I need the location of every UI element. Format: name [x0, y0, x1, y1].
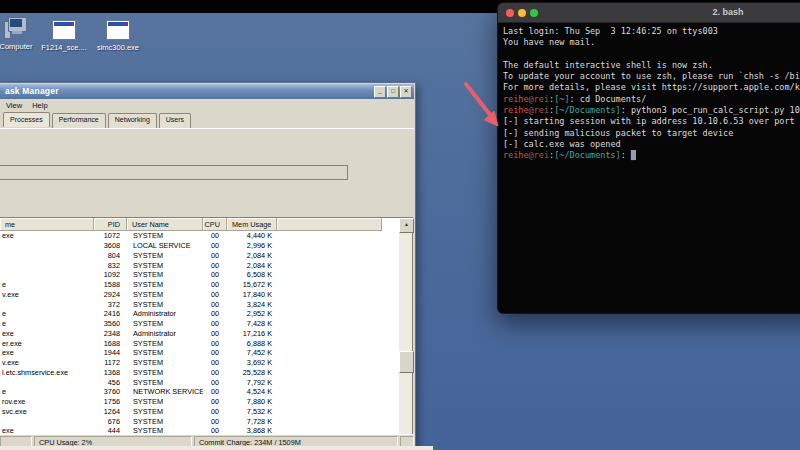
task-manager-titlebar[interactable]: ask Manager _ □ ✕ — [0, 84, 414, 99]
process-mem-usage: 4,440 K — [227, 231, 277, 240]
scrollbar-thumb[interactable] — [399, 351, 414, 373]
process-row[interactable]: svc.exe1264SYSTEM007,532 K — [0, 407, 399, 417]
maximize-button[interactable]: □ — [387, 86, 399, 98]
terminal-text-segment: [-] sending malicious packet to target d… — [503, 128, 733, 138]
process-user-name: SYSTEM — [127, 270, 203, 279]
process-cpu: 00 — [203, 348, 227, 357]
scroll-up-icon[interactable]: ▲ — [399, 218, 414, 233]
process-mem-usage: 6,508 K — [227, 270, 277, 279]
process-mem-usage: 3,692 K — [227, 358, 277, 367]
process-mem-usage: 25,528 K — [227, 368, 277, 377]
column-header-image-name[interactable]: me — [0, 218, 94, 231]
process-cpu: 00 — [203, 378, 227, 387]
process-mem-usage: 7,532 K — [227, 407, 277, 416]
process-cpu: 00 — [203, 300, 227, 309]
process-row[interactable]: 456SYSTEM007,792 K — [0, 377, 399, 387]
process-row[interactable]: 832SYSTEM002,084 K — [0, 260, 399, 270]
process-mem-usage: 2,996 K — [227, 241, 277, 250]
process-row[interactable]: 804SYSTEM002,084 K — [0, 251, 399, 261]
process-row[interactable]: rov.exe1756SYSTEM007,880 K — [0, 397, 399, 407]
process-user-name: SYSTEM — [127, 319, 203, 328]
terminal-text-segment: @rei — [529, 105, 549, 115]
process-list-header: me PID User Name CPU Mem Usage — [0, 218, 382, 231]
vertical-scrollbar[interactable]: ▲ ▼ — [399, 218, 412, 450]
process-user-name: SYSTEM — [127, 261, 203, 270]
menu-item-view[interactable]: View — [6, 101, 22, 110]
process-cpu: 00 — [203, 280, 227, 289]
process-pid: 2924 — [94, 290, 127, 299]
process-image-name: exe — [0, 329, 94, 338]
terminal-text-segment: : — [621, 150, 631, 160]
tab-strip: ProcessesPerformanceNetworkingUsers — [3, 113, 191, 128]
process-pid: 372 — [94, 300, 127, 309]
desktop-icon-simc300[interactable]: simc300.exe — [90, 20, 146, 52]
process-cpu: 00 — [203, 417, 227, 426]
process-mem-usage: 15,672 K — [227, 280, 277, 289]
process-pid: 1072 — [94, 231, 127, 240]
terminal-window: 2. bash Last login: Thu Sep 3 12:46:25 o… — [497, 2, 800, 314]
process-row[interactable]: v.exe1172SYSTEM003,692 K — [0, 358, 399, 368]
process-row[interactable]: e3560SYSTEM007,428 K — [0, 319, 399, 329]
process-image-name: v.exe — [0, 358, 94, 367]
process-row[interactable]: er.exe1688SYSTEM006,888 K — [0, 338, 399, 348]
process-row[interactable]: e1588SYSTEM0015,672 K — [0, 280, 399, 290]
process-pid: 1756 — [94, 397, 127, 406]
arrow-annotation — [450, 72, 520, 144]
process-pid: 3760 — [94, 387, 127, 396]
process-cpu: 00 — [203, 251, 227, 260]
terminal-line: For more details, please visit https://s… — [503, 82, 800, 93]
process-row[interactable]: v.exe2924SYSTEM0017,840 K — [0, 290, 399, 300]
process-mem-usage: 6,888 K — [227, 339, 277, 348]
terminal-text-segment: The default interactive shell is now zsh… — [503, 60, 713, 70]
process-pid: 3560 — [94, 319, 127, 328]
process-row[interactable]: exe2348Administrator0017,216 K — [0, 329, 399, 339]
process-pid: 2416 — [94, 309, 127, 318]
terminal-text-segment: For more details, please visit https://s… — [503, 82, 800, 92]
process-row[interactable]: 676SYSTEM007,728 K — [0, 416, 399, 426]
terminal-titlebar[interactable]: 2. bash — [498, 3, 800, 23]
process-user-name: SYSTEM — [127, 290, 203, 299]
column-header-user-name[interactable]: User Name — [127, 218, 203, 231]
minimize-button[interactable]: _ — [374, 86, 386, 98]
terminal-line: reihe@rei:[~]: cd Documents/ — [503, 94, 800, 105]
column-header-cpu[interactable]: CPU — [203, 218, 227, 231]
process-mem-usage: 7,428 K — [227, 319, 277, 328]
process-row[interactable]: e3760NETWORK SERVICE004,524 K — [0, 387, 399, 397]
menu-item-help[interactable]: Help — [32, 101, 47, 110]
process-pid: 1688 — [94, 339, 127, 348]
column-header-pid[interactable]: PID — [94, 218, 127, 231]
process-row[interactable]: exe1944SYSTEM007,452 K — [0, 348, 399, 358]
close-button[interactable]: ✕ — [400, 86, 412, 98]
terminal-text-segment: To update your account to use zsh, pleas… — [503, 71, 800, 81]
process-pid: 676 — [94, 417, 127, 426]
terminal-text-segment: [-] starting session with ip address 10.… — [503, 116, 800, 126]
tab-processes[interactable]: Processes — [3, 112, 50, 127]
process-user-name: SYSTEM — [127, 358, 203, 367]
process-image-name: v.exe — [0, 290, 94, 299]
process-user-name: SYSTEM — [127, 397, 203, 406]
process-cpu: 00 — [203, 319, 227, 328]
terminal-text-segment: [~/Documents] — [554, 105, 621, 115]
process-row[interactable]: 372SYSTEM003,824 K — [0, 299, 399, 309]
tab-users[interactable]: Users — [159, 113, 191, 128]
process-row[interactable]: 3608LOCAL SERVICE002,996 K — [0, 241, 399, 251]
process-image-name: exe — [0, 231, 94, 240]
desktop-icon-f1214[interactable]: F1214_sce.... — [36, 20, 92, 52]
process-user-name: SYSTEM — [127, 417, 203, 426]
process-list: me PID User Name CPU Mem Usage exe1072SY… — [0, 217, 413, 450]
process-row[interactable]: e2416Administrator002,952 K — [0, 309, 399, 319]
process-image-name: exe — [0, 348, 94, 357]
tab-networking[interactable]: Networking — [108, 113, 157, 128]
window-title: ask Manager — [5, 86, 59, 96]
column-header-mem-usage[interactable]: Mem Usage — [227, 218, 277, 231]
tab-performance[interactable]: Performance — [52, 113, 106, 128]
process-row[interactable]: l.etc.shmservice.exe1368SYSTEM0025,528 K — [0, 368, 399, 378]
process-pid: 804 — [94, 251, 127, 260]
process-cpu: 00 — [203, 397, 227, 406]
process-mem-usage: 2,084 K — [227, 251, 277, 260]
process-cpu: 00 — [203, 231, 227, 240]
process-pid: 1172 — [94, 358, 127, 367]
process-image-name: l.etc.shmservice.exe — [0, 368, 94, 377]
process-row[interactable]: exe1072SYSTEM004,440 K — [0, 231, 399, 241]
process-row[interactable]: 1092SYSTEM006,508 K — [0, 270, 399, 280]
